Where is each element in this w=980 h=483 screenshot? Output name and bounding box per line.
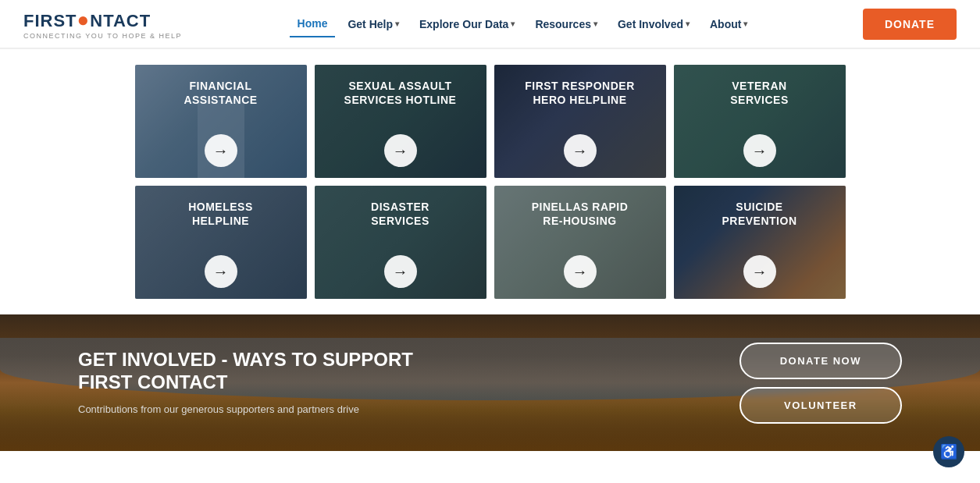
cards-row-1: FINANCIALASSISTANCE → SEXUAL ASSAULTSERV… <box>78 65 902 178</box>
cards-row-2: HOMELESSHELPLINE → DISASTERSERVICES → PI… <box>78 186 902 299</box>
logo-text: FIRST●NTACT <box>23 8 151 32</box>
accessibility-icon: ♿ <box>940 443 957 451</box>
logo-area: FIRST●NTACT CONNECTING YOU TO HOPE & HEL… <box>23 8 182 40</box>
card-firstresponder-arrow-icon: → <box>564 134 597 167</box>
get-involved-section: GET INVOLVED - WAYS TO SUPPORTFIRST CONT… <box>0 314 980 451</box>
card-sexual-arrow-icon: → <box>384 134 417 167</box>
card-suicide-arrow-icon: → <box>743 255 776 288</box>
card-homeless-arrow-icon: → <box>205 255 237 288</box>
card-sexual[interactable]: SEXUAL ASSAULTSERVICES HOTLINE → <box>315 65 486 178</box>
card-veteran-title: VETERANSERVICES <box>730 79 789 107</box>
card-suicide[interactable]: SUICIDEPREVENTION → <box>674 186 846 299</box>
card-financial-arrow-icon: → <box>205 134 237 167</box>
nav-resources[interactable]: Resources ▾ <box>527 12 605 37</box>
card-financial[interactable]: FINANCIALASSISTANCE → <box>135 65 307 178</box>
card-disaster-title: DISASTERSERVICES <box>371 200 429 228</box>
card-disaster[interactable]: DISASTERSERVICES → <box>315 186 486 299</box>
card-financial-title: FINANCIALASSISTANCE <box>184 79 257 107</box>
card-veteran-arrow-icon: → <box>743 134 776 167</box>
card-homeless-title: HOMELESSHELPLINE <box>188 200 253 228</box>
get-involved-content: GET INVOLVED - WAYS TO SUPPORTFIRST CONT… <box>0 319 980 447</box>
card-pinellas-title: PINELLAS RAPIDRE-HOUSING <box>532 200 629 228</box>
volunteer-button[interactable]: VOLUNTEER <box>739 387 902 424</box>
main-nav: Home Get Help ▾ Explore Our Data ▾ Resou… <box>290 11 756 37</box>
logo-subtitle: CONNECTING YOU TO HOPE & HELP <box>23 32 182 40</box>
card-pinellas-overlay: PINELLAS RAPIDRE-HOUSING → <box>494 186 666 299</box>
cards-section: FINANCIALASSISTANCE → SEXUAL ASSAULTSERV… <box>0 49 980 314</box>
nav-about[interactable]: About ▾ <box>702 12 755 37</box>
card-disaster-overlay: DISASTERSERVICES → <box>315 186 486 299</box>
card-pinellas[interactable]: PINELLAS RAPIDRE-HOUSING → <box>494 186 666 299</box>
nav-get-involved[interactable]: Get Involved ▾ <box>610 12 697 37</box>
card-pinellas-arrow-icon: → <box>564 255 597 288</box>
card-financial-overlay: FINANCIALASSISTANCE → <box>135 65 307 178</box>
explore-chevron-icon: ▾ <box>511 20 515 28</box>
card-firstresponder[interactable]: FIRST RESPONDERHERO HELPLINE → <box>494 65 666 178</box>
card-sexual-title: SEXUAL ASSAULTSERVICES HOTLINE <box>344 79 457 107</box>
nav-home[interactable]: Home <box>290 11 336 37</box>
card-veteran[interactable]: VETERANSERVICES → <box>674 65 846 178</box>
card-suicide-overlay: SUICIDEPREVENTION → <box>674 186 846 299</box>
card-disaster-arrow-icon: → <box>384 255 417 288</box>
get-involved-buttons: DONATE NOW VOLUNTEER <box>739 343 902 424</box>
resources-chevron-icon: ▾ <box>593 20 597 28</box>
card-homeless[interactable]: HOMELESSHELPLINE → <box>135 186 307 299</box>
about-chevron-icon: ▾ <box>743 20 747 28</box>
card-firstresponder-title: FIRST RESPONDERHERO HELPLINE <box>525 79 635 107</box>
donate-button[interactable]: DONATE <box>863 9 957 40</box>
card-veteran-overlay: VETERANSERVICES → <box>674 65 846 178</box>
get-help-chevron-icon: ▾ <box>395 20 399 28</box>
get-involved-text: GET INVOLVED - WAYS TO SUPPORTFIRST CONT… <box>78 349 413 417</box>
get-involved-chevron-icon: ▾ <box>686 20 690 28</box>
get-involved-subtitle: Contributions from our generous supporte… <box>78 402 413 417</box>
card-suicide-title: SUICIDEPREVENTION <box>722 200 796 228</box>
donate-now-button[interactable]: DONATE NOW <box>739 343 902 379</box>
nav-explore-data[interactable]: Explore Our Data ▾ <box>412 12 522 37</box>
card-firstresponder-overlay: FIRST RESPONDERHERO HELPLINE → <box>494 65 666 178</box>
nav-get-help[interactable]: Get Help ▾ <box>340 12 407 37</box>
card-homeless-overlay: HOMELESSHELPLINE → <box>135 186 307 299</box>
card-sexual-overlay: SEXUAL ASSAULTSERVICES HOTLINE → <box>315 65 486 178</box>
header: FIRST●NTACT CONNECTING YOU TO HOPE & HEL… <box>0 0 980 49</box>
get-involved-title: GET INVOLVED - WAYS TO SUPPORTFIRST CONT… <box>78 349 413 394</box>
